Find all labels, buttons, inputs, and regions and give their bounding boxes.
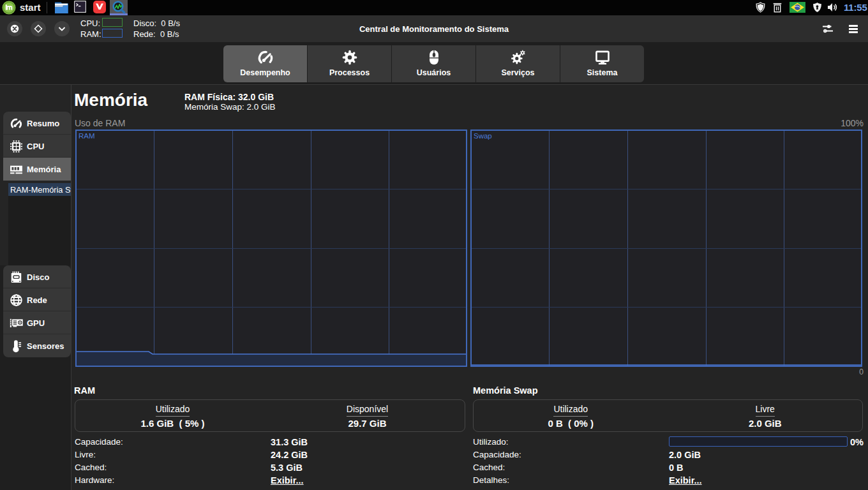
svg-text:RAM: RAM [79, 132, 95, 140]
svg-text:Swap: Swap [474, 132, 492, 140]
